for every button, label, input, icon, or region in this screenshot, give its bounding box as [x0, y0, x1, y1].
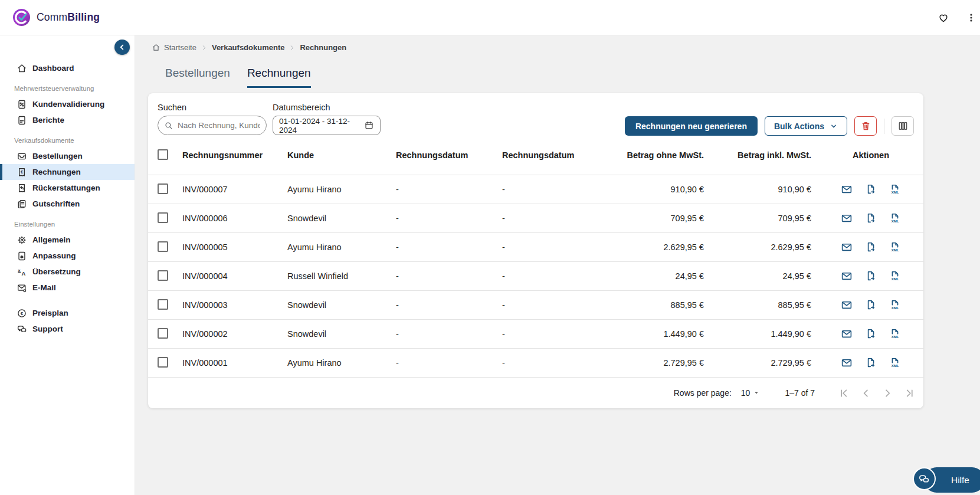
sidebar-item-preisplan[interactable]: € Preisplan — [0, 305, 135, 321]
sidebar-item-bestellungen[interactable]: Bestellungen — [0, 148, 135, 164]
export-file-icon — [865, 328, 877, 340]
invoice-number-cell: INV/000002 — [182, 329, 287, 339]
gross-amount-cell: 709,95 € — [704, 214, 811, 223]
svg-text:XML: XML — [891, 335, 899, 339]
send-mail-icon — [841, 328, 853, 340]
send-mail-button[interactable] — [841, 241, 853, 253]
row-checkbox[interactable] — [158, 212, 168, 223]
export-file-button[interactable] — [865, 241, 877, 253]
svg-text:XML: XML — [891, 190, 899, 194]
send-mail-button[interactable] — [841, 299, 853, 311]
sidebar-item-email[interactable]: E-Mail — [0, 280, 135, 296]
delete-button[interactable] — [854, 116, 877, 136]
header-betrag-ohne-mwst: Betrag ohne MwSt. — [591, 150, 704, 160]
send-mail-icon — [841, 357, 853, 369]
xml-file-icon: XML — [889, 328, 901, 340]
date-filter-group: Datumsbereich 01-01-2024 - 31-12-2024 — [273, 103, 381, 136]
export-file-button[interactable] — [865, 299, 877, 311]
xml-file-button[interactable]: XML — [889, 328, 901, 340]
xml-file-button[interactable]: XML — [889, 299, 901, 311]
first-page-icon — [838, 388, 850, 399]
send-mail-button[interactable] — [841, 212, 853, 224]
sidebar-section-settings: Einstellungen — [0, 212, 135, 232]
breadcrumb: Startseite Verkaufsdokumente Rechnungen — [148, 43, 980, 52]
sidebar-item-anpassung[interactable]: Anpassung — [0, 248, 135, 264]
export-file-button[interactable] — [865, 270, 877, 282]
row-checkbox[interactable] — [158, 183, 168, 194]
row-actions: XML — [811, 241, 914, 253]
rows-per-page-select[interactable]: 10 — [741, 388, 761, 398]
table-row: INV/000007 Ayumu Hirano - - 910,90 € 910… — [148, 175, 923, 204]
xml-file-button[interactable]: XML — [889, 241, 901, 253]
next-page-button[interactable] — [882, 388, 893, 399]
row-checkbox[interactable] — [158, 299, 168, 310]
xml-file-button[interactable]: XML — [889, 212, 901, 224]
send-mail-button[interactable] — [841, 357, 853, 369]
xml-file-button[interactable]: XML — [889, 357, 901, 369]
row-actions: XML — [811, 328, 914, 340]
row-actions: XML — [811, 357, 914, 369]
row-checkbox[interactable] — [158, 241, 168, 252]
sidebar-item-rueckerstattungen[interactable]: Rückerstattungen — [0, 180, 135, 196]
select-all-checkbox[interactable] — [158, 149, 168, 160]
brand-logo[interactable]: CommBilling — [0, 8, 100, 27]
export-file-button[interactable] — [865, 183, 877, 195]
sidebar-item-dashboard[interactable]: Dashboard — [0, 60, 135, 76]
send-mail-icon — [841, 183, 853, 195]
svg-text:XML: XML — [891, 306, 899, 310]
search-input[interactable] — [178, 121, 260, 130]
invoice-number-cell: INV/000001 — [182, 358, 287, 368]
svg-text:€: € — [21, 169, 23, 174]
breadcrumb-verkaufsdokumente[interactable]: Verkaufsdokumente — [212, 43, 285, 52]
header-kunde: Kunde — [287, 150, 396, 160]
row-checkbox[interactable] — [158, 357, 168, 368]
sidebar-item-allgemein[interactable]: Allgemein — [0, 232, 135, 248]
sidebar-collapse-button[interactable] — [114, 40, 130, 55]
svg-text:XML: XML — [891, 219, 899, 223]
sidebar-item-support[interactable]: Support — [0, 321, 135, 337]
invoice-number-cell: INV/000003 — [182, 300, 287, 310]
tab-rechnungen[interactable]: Rechnungen — [247, 67, 311, 88]
export-file-icon — [865, 299, 877, 311]
svg-text:XML: XML — [891, 277, 899, 281]
sidebar-item-kundenvalidierung[interactable]: Kundenvalidierung — [0, 96, 135, 112]
table-row: INV/000001 Ayumu Hirano - - 2.729,95 € 2… — [148, 349, 923, 378]
send-mail-button[interactable] — [841, 183, 853, 195]
send-mail-button[interactable] — [841, 328, 853, 340]
table-row: INV/000002 Snowdevil - - 1.449,90 € 1.44… — [148, 320, 923, 349]
sidebar-item-berichte[interactable]: Berichte — [0, 112, 135, 128]
export-file-button[interactable] — [865, 328, 877, 340]
export-file-button[interactable] — [865, 212, 877, 224]
home-icon — [152, 43, 160, 52]
date-range-input[interactable]: 01-01-2024 - 31-12-2024 — [273, 116, 381, 135]
bulk-actions-button[interactable]: Bulk Actions — [765, 116, 847, 136]
help-button[interactable]: Hilfe — [924, 467, 980, 493]
favorites-button[interactable] — [936, 11, 950, 25]
tab-bestellungen[interactable]: Bestellungen — [165, 67, 230, 88]
columns-settings-button[interactable] — [891, 116, 914, 136]
breadcrumb-home[interactable]: Startseite — [152, 43, 196, 52]
send-mail-button[interactable] — [841, 270, 853, 282]
row-checkbox[interactable] — [158, 270, 168, 281]
header-aktionen: Aktionen — [811, 150, 914, 160]
export-file-button[interactable] — [865, 357, 877, 369]
sidebar-item-gutschriften[interactable]: Gutschriften — [0, 196, 135, 212]
sidebar-item-rechnungen[interactable]: € Rechnungen — [0, 164, 135, 180]
first-page-button[interactable] — [838, 388, 850, 399]
xml-file-button[interactable]: XML — [889, 270, 901, 282]
row-actions: XML — [811, 299, 914, 311]
regenerate-invoices-button[interactable]: Rechnungen neu generieren — [625, 116, 758, 136]
overflow-menu-button[interactable] — [965, 11, 978, 25]
sidebar-item-uebersetzung[interactable]: xA Übersetzung — [0, 264, 135, 280]
gross-amount-cell: 885,95 € — [704, 300, 811, 310]
export-file-icon — [865, 212, 877, 224]
xml-file-button[interactable]: XML — [889, 183, 901, 195]
customer-cell: Snowdevil — [287, 300, 396, 310]
brand-name: CommBilling — [37, 11, 100, 24]
svg-text:€: € — [21, 310, 24, 316]
last-page-button[interactable] — [904, 388, 915, 399]
table-header-row: Rechnungsnummer Kunde Rechnungsdatum Rec… — [148, 136, 923, 175]
previous-page-button[interactable] — [860, 388, 871, 399]
breadcrumb-rechnungen[interactable]: Rechnungen — [300, 43, 346, 52]
row-checkbox[interactable] — [158, 328, 168, 339]
